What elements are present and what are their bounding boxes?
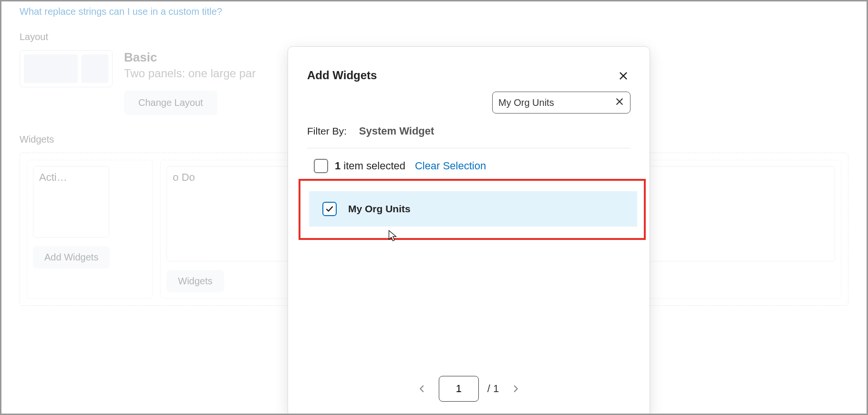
layout-thumbnail [20,50,113,87]
check-icon [325,205,334,213]
select-all-checkbox[interactable] [314,159,328,173]
pager-next-button[interactable] [507,381,524,397]
pager: / 1 [307,376,630,406]
add-widgets-button-left[interactable]: Add Widgets [33,246,110,269]
search-input-value: My Org Units [498,97,554,108]
filter-value[interactable]: System Widget [359,125,434,137]
modal-title: Add Widgets [307,69,377,82]
layout-section-label: Layout [20,31,848,42]
layout-name: Basic [124,50,256,65]
pager-prev-button[interactable] [414,381,430,397]
change-layout-button[interactable]: Change Layout [124,91,217,115]
result-highlight-frame: My Org Units [299,179,646,240]
clear-selection-link[interactable]: Clear Selection [415,160,486,172]
chevron-left-icon [418,384,426,393]
layout-thumbnail-pane-large [24,54,78,83]
filter-row: Filter By: System Widget [307,125,630,148]
chevron-right-icon [511,384,520,393]
filter-label: Filter By: [307,125,347,137]
pager-total: / 1 [487,383,499,395]
selection-summary: 1 item selected Clear Selection [307,159,630,173]
result-row[interactable]: My Org Units [309,191,637,227]
layout-description: Two panels: one large par [124,67,256,80]
widgets-column-left: Acti… Add Widgets [27,160,153,299]
layout-thumbnail-pane-small [82,54,108,83]
modal-close-button[interactable] [616,69,630,85]
close-icon [615,97,624,106]
close-icon [618,71,629,81]
help-link[interactable]: What replace strings can I use in a cust… [20,6,222,17]
search-clear-button[interactable] [615,97,624,108]
add-widgets-modal: Add Widgets My Org Units Filter By: Syst… [288,46,650,415]
widget-card[interactable]: Acti… [33,166,109,238]
search-input[interactable]: My Org Units [492,92,630,114]
layout-info: Basic Two panels: one large par Change L… [124,50,256,115]
result-label: My Org Units [348,203,411,215]
add-widgets-button-right[interactable]: Widgets [166,270,224,292]
result-checkbox[interactable] [322,202,337,216]
selection-count-text: 1 item selected [335,160,405,172]
pager-current-input[interactable] [439,376,479,402]
